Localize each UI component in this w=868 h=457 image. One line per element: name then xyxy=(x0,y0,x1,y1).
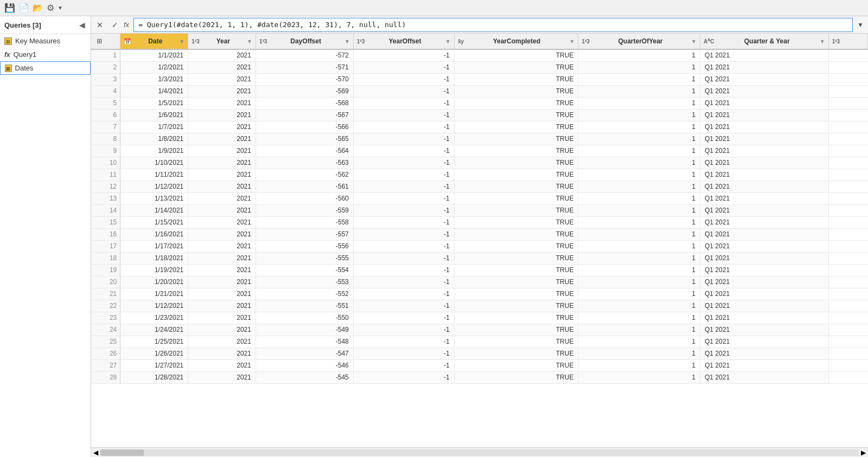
year-filter-icon[interactable]: ▼ xyxy=(247,38,252,44)
table-row[interactable]: 151/15/20212021-558-1TRUE1Q1 2021 xyxy=(91,216,868,228)
formula-input[interactable]: = Query1(#date(2021, 1, 1), #date(2023, … xyxy=(133,18,853,32)
cell-quarterofyear: 1 xyxy=(578,359,700,371)
dayoffset-filter-icon[interactable]: ▼ xyxy=(344,38,350,44)
row-number: 25 xyxy=(91,336,120,347)
col-header-year[interactable]: 1²3 Year ▼ xyxy=(188,34,256,49)
cell-quarterofyear: 1 xyxy=(578,133,700,145)
cell-year: 2021 xyxy=(188,109,256,121)
table-row[interactable]: 211/21/20212021-552-1TRUE1Q1 2021 xyxy=(91,288,868,300)
cell-yearoffset: -1 xyxy=(353,216,454,228)
cell-year: 2021 xyxy=(188,276,256,288)
cell-date: 1/27/2021 xyxy=(120,359,188,371)
table-row[interactable]: 121/12/20212021-561-1TRUE1Q1 2021 xyxy=(91,181,868,192)
table-row[interactable]: 271/27/20212021-546-1TRUE1Q1 2021 xyxy=(91,359,868,371)
cell-quarterandyear: Q1 2021 xyxy=(700,192,829,204)
table-row[interactable]: 241/24/20212021-549-1TRUE1Q1 2021 xyxy=(91,324,868,336)
quarterandyear-filter-icon[interactable]: ▼ xyxy=(820,38,825,44)
table-row[interactable]: 81/8/20212021-565-1TRUE1Q1 2021 xyxy=(91,133,868,145)
table-row[interactable]: 71/7/20212021-566-1TRUE1Q1 2021 xyxy=(91,121,868,133)
col-header-quarterandyear[interactable]: ABC Quarter & Year ▼ xyxy=(700,34,829,49)
table-row[interactable]: 191/19/20212021-554-1TRUE1Q1 2021 xyxy=(91,264,868,276)
cell-yearoffset: -1 xyxy=(353,312,454,324)
sidebar-item-query1[interactable]: fx Query1 xyxy=(0,48,91,61)
table-row[interactable]: 21/2/20212021-571-1TRUE1Q1 2021 xyxy=(91,61,868,73)
col-header-dayoffset[interactable]: 1²3 DayOffset ▼ xyxy=(256,34,353,49)
cell-year: 2021 xyxy=(188,288,256,300)
data-table: ⊞ 📅 Date ▼ 1²3 xyxy=(91,34,868,384)
table-row[interactable]: 171/17/20212021-556-1TRUE1Q1 2021 xyxy=(91,240,868,252)
table-row[interactable]: 221/12/20212021-551-1TRUE1Q1 2021 xyxy=(91,300,868,312)
cell-yearcompleted: TRUE xyxy=(454,336,578,347)
table-row[interactable]: 141/14/20212021-559-1TRUE1Q1 2021 xyxy=(91,204,868,216)
table-row[interactable]: 161/16/20212021-557-1TRUE1Q1 2021 xyxy=(91,228,868,240)
sidebar-collapse-button[interactable]: ◀ xyxy=(78,20,86,30)
new-icon[interactable]: 📄 xyxy=(18,3,29,13)
table-row[interactable]: 181/18/20212021-555-1TRUE1Q1 2021 xyxy=(91,252,868,264)
cell-year: 2021 xyxy=(188,228,256,240)
cell-date: 1/2/2021 xyxy=(120,61,188,73)
table-row[interactable]: 31/3/20212021-570-1TRUE1Q1 2021 xyxy=(91,73,868,85)
open-icon[interactable]: 📂 xyxy=(33,3,43,13)
table-row[interactable]: 101/10/20212021-563-1TRUE1Q1 2021 xyxy=(91,157,868,169)
table-row[interactable]: 61/6/20212021-567-1TRUE1Q1 2021 xyxy=(91,109,868,121)
dayoffset-type-icon: 1²3 xyxy=(259,38,267,44)
table-row[interactable]: 131/13/20212021-560-1TRUE1Q1 2021 xyxy=(91,192,868,204)
cell-date: 1/20/2021 xyxy=(120,276,188,288)
year-type-icon: 1²3 xyxy=(192,38,199,44)
table-row[interactable]: 111/11/20212021-562-1TRUE1Q1 2021 xyxy=(91,169,868,181)
bottom-scrollbar[interactable]: ◀ ▶ xyxy=(91,447,868,457)
col-header-extra[interactable]: 1²3 xyxy=(828,34,867,49)
formula-cancel-button[interactable]: ✕ xyxy=(93,18,106,31)
table-row[interactable]: 51/5/20212021-568-1TRUE1Q1 2021 xyxy=(91,97,868,109)
dropdown-arrow-icon[interactable]: ▼ xyxy=(58,5,63,11)
yearoffset-filter-icon[interactable]: ▼ xyxy=(445,38,451,44)
yearcompleted-filter-icon[interactable]: ▼ xyxy=(570,38,575,44)
table-row[interactable]: 11/1/20212021-572-1TRUE1Q1 2021 xyxy=(91,49,868,61)
cell-quarterofyear: 1 xyxy=(578,324,700,336)
formula-confirm-button[interactable]: ✓ xyxy=(108,18,122,31)
col-header-yearoffset[interactable]: 1²3 YearOffset ▼ xyxy=(353,34,454,49)
cell-yearcompleted: TRUE xyxy=(454,359,578,371)
settings-icon[interactable]: ⚙ xyxy=(47,3,54,13)
cell-dayoffset: -569 xyxy=(256,85,353,97)
sidebar-item-key-measures[interactable]: ⊞ Key Measures xyxy=(0,34,91,48)
data-table-container[interactable]: ⊞ 📅 Date ▼ 1²3 xyxy=(91,34,868,447)
scroll-thumb[interactable] xyxy=(100,449,144,456)
horizontal-scrollbar[interactable] xyxy=(100,449,859,456)
cell-quarterofyear: 1 xyxy=(578,312,700,324)
row-number: 24 xyxy=(91,324,120,336)
cell-date: 1/1/2021 xyxy=(120,49,188,61)
table-row[interactable]: 231/23/20212021-550-1TRUE1Q1 2021 xyxy=(91,312,868,324)
cell-quarterofyear: 1 xyxy=(578,252,700,264)
date-filter-icon[interactable]: ▼ xyxy=(179,38,184,44)
formula-expand-button[interactable]: ▼ xyxy=(855,18,866,31)
table-row[interactable]: 281/28/20212021-545-1TRUE1Q1 2021 xyxy=(91,371,868,383)
cell-quarterofyear: 1 xyxy=(578,228,700,240)
cell-date: 1/15/2021 xyxy=(120,216,188,228)
cell-yearoffset: -1 xyxy=(353,181,454,192)
cell-quarterandyear: Q1 2021 xyxy=(700,49,829,61)
row-number: 2 xyxy=(91,61,120,73)
row-number: 15 xyxy=(91,216,120,228)
scroll-left-icon[interactable]: ◀ xyxy=(93,449,98,456)
sidebar-item-dates[interactable]: ⊞ xyxy=(0,61,91,75)
cell-yearoffset: -1 xyxy=(353,336,454,347)
col-header-quarterofyear[interactable]: 1²3 QuarterOfYear ▼ xyxy=(578,34,700,49)
quarterandyear-type-icon: ABC xyxy=(704,38,714,44)
table-row[interactable]: 261/26/20212021-547-1TRUE1Q1 2021 xyxy=(91,347,868,359)
table-grid-icon: ⊞ xyxy=(97,37,102,45)
quarterofyear-filter-icon[interactable]: ▼ xyxy=(691,38,697,44)
table-row[interactable]: 201/20/20212021-553-1TRUE1Q1 2021 xyxy=(91,276,868,288)
table-row[interactable]: 41/4/20212021-569-1TRUE1Q1 2021 xyxy=(91,85,868,97)
sidebar-header: Queries [3] ◀ xyxy=(0,16,91,34)
table-row[interactable]: 91/9/20212021-564-1TRUE1Q1 2021 xyxy=(91,145,868,157)
row-number: 7 xyxy=(91,121,120,133)
table-row[interactable]: 251/25/20212021-548-1TRUE1Q1 2021 xyxy=(91,336,868,347)
save-icon[interactable]: 💾 xyxy=(4,3,15,13)
cell-dayoffset: -566 xyxy=(256,121,353,133)
col-header-date[interactable]: 📅 Date ▼ xyxy=(120,34,188,49)
dates-rename-input[interactable] xyxy=(15,64,86,72)
cell-date: 1/5/2021 xyxy=(120,97,188,109)
col-header-yearcompleted[interactable]: x̄y YearCompleted ▼ xyxy=(454,34,578,49)
scroll-right-icon[interactable]: ▶ xyxy=(861,449,866,456)
